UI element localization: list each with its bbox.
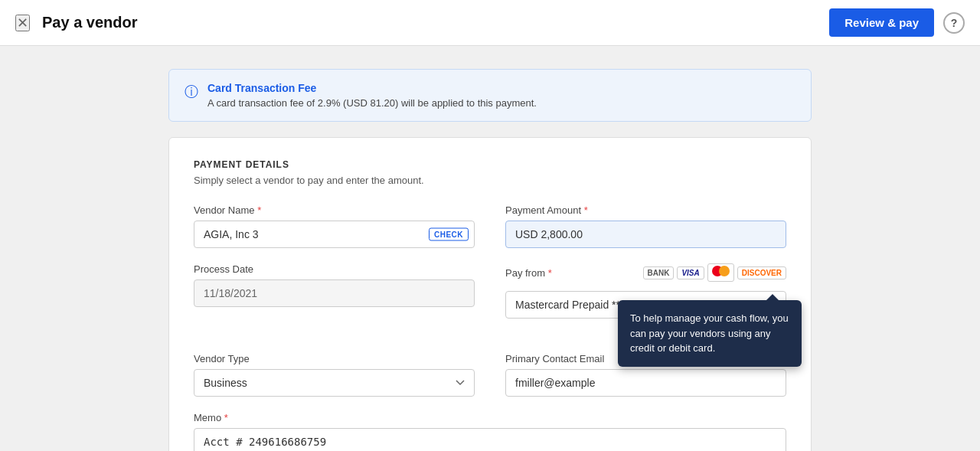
header: ✕ Pay a vendor Review & pay ? [0,0,980,46]
vendor-name-group: Vendor Name * CHECK [194,204,475,248]
tooltip-popup: To help manage your cash flow, you can p… [618,300,802,367]
vendor-name-label: Vendor Name * [194,204,475,216]
section-title: PAYMENT DETAILS [194,159,786,170]
required-star-memo: * [224,412,228,423]
required-star: * [257,204,261,216]
vendor-type-label: Vendor Type [194,353,475,364]
card-icons: BANK VISA DISCOVER [643,263,786,282]
vendor-type-group: Vendor Type Business [194,353,475,397]
process-date-label: Process Date [194,263,475,275]
close-button[interactable]: ✕ [15,15,30,31]
banner-content: Card Transaction Fee A card transaction … [207,82,537,109]
form-grid: Vendor Name * CHECK Payment Amount * Pro… [194,204,786,451]
info-icon: ⓘ [185,83,198,101]
payment-amount-group: Payment Amount * [505,204,786,248]
section-subtitle: Simply select a vendor to pay and enter … [194,175,786,186]
pay-from-group: Pay from * BANK VISA DISCOVER [505,263,786,338]
discover-icon: DISCOVER [737,266,786,279]
process-date-input[interactable] [194,279,475,307]
primary-contact-input[interactable] [505,369,786,397]
memo-group: Memo * Acct # 249616686759 [194,412,786,451]
header-left: ✕ Pay a vendor [15,14,138,31]
pay-from-header: Pay from * BANK VISA DISCOVER [505,263,786,282]
review-pay-button[interactable]: Review & pay [829,8,934,37]
required-star-amount: * [584,204,588,216]
payment-amount-label: Payment Amount * [505,204,786,216]
check-badge: CHECK [429,228,469,241]
banner-description: A card transaction fee of 2.9% (USD 81.2… [207,97,537,109]
required-star-pay: * [548,267,552,279]
banner-title: Card Transaction Fee [207,82,537,94]
vendor-type-select[interactable]: Business [194,369,475,397]
pay-from-label: Pay from * [505,267,552,279]
main-content: ⓘ Card Transaction Fee A card transactio… [0,46,980,451]
visa-icon: VISA [677,266,704,279]
header-right: Review & pay ? [829,8,965,37]
payment-card: PAYMENT DETAILS Simply select a vendor t… [168,137,812,451]
tooltip-text: To help manage your cash flow, you can p… [630,312,789,354]
memo-textarea[interactable]: Acct # 249616686759 [194,428,786,451]
info-banner: ⓘ Card Transaction Fee A card transactio… [168,69,812,122]
process-date-group: Process Date [194,263,475,338]
vendor-name-wrapper: CHECK [194,221,475,248]
payment-amount-input[interactable] [505,221,786,248]
help-button[interactable]: ? [943,12,965,34]
mastercard-icon [707,263,734,282]
page-title: Pay a vendor [42,14,138,31]
memo-label: Memo * [194,412,786,423]
bank-icon: BANK [643,266,675,279]
